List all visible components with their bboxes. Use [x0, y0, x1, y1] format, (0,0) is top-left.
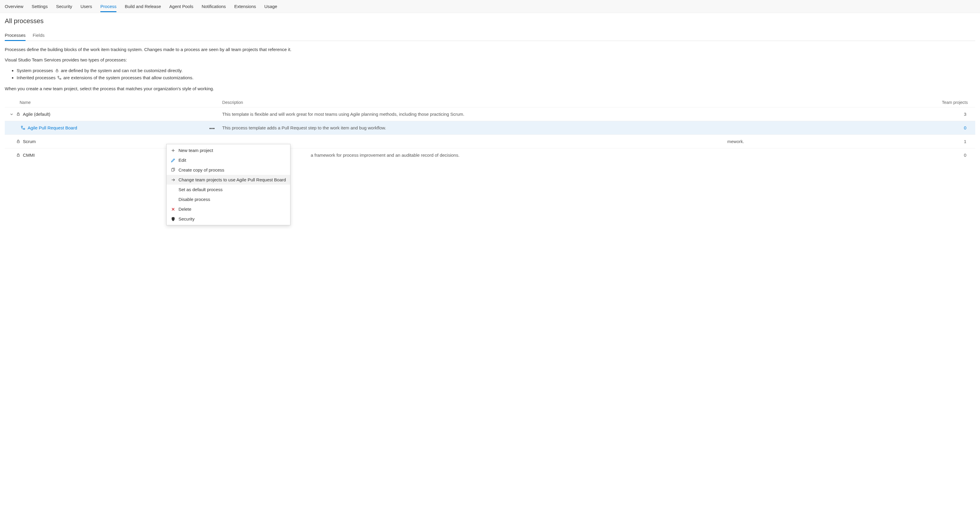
svg-rect-3 [17, 114, 20, 116]
sub-tabs: Processes Fields [5, 30, 975, 41]
process-name-link[interactable]: Agile Pull Request Board [28, 125, 77, 130]
svg-rect-2 [60, 78, 61, 79]
top-navigation: Overview Settings Security Users Process… [0, 0, 980, 13]
nav-build-release[interactable]: Build and Release [125, 1, 161, 12]
svg-rect-7 [17, 155, 20, 157]
svg-rect-4 [21, 126, 22, 127]
nav-usage[interactable]: Usage [264, 1, 277, 12]
process-description: a framework for process improvement and … [219, 148, 878, 162]
svg-rect-0 [56, 70, 58, 72]
menu-label: Edit [178, 158, 186, 163]
col-header-description[interactable]: Description [219, 98, 878, 108]
lock-icon [16, 139, 21, 144]
nav-agent-pools[interactable]: Agent Pools [169, 1, 193, 12]
page-title: All processes [5, 17, 975, 25]
svg-rect-6 [17, 141, 20, 143]
lock-icon [16, 112, 21, 116]
lock-icon [55, 68, 59, 72]
nav-security[interactable]: Security [56, 1, 72, 12]
menu-edit[interactable]: Edit [167, 155, 290, 165]
inherit-icon [57, 75, 62, 79]
lock-icon [16, 153, 21, 157]
tab-processes[interactable]: Processes [5, 30, 25, 41]
intro-bullet-system: System processes are defined by the syst… [17, 67, 975, 74]
processes-table: Name Description Team projects [5, 98, 975, 162]
context-menu: New team project Edit Create copy of pro… [166, 144, 290, 166]
intro-paragraph-2: Visual Studio Team Services provides two… [5, 57, 975, 63]
process-row-agile-pull-request[interactable]: Agile Pull Request Board ••• This proces… [5, 121, 975, 135]
svg-rect-5 [24, 128, 25, 129]
nav-settings[interactable]: Settings [32, 1, 48, 12]
nav-process[interactable]: Process [100, 1, 116, 12]
description-block: Processes define the building blocks of … [5, 46, 975, 92]
intro-paragraph-3: When you create a new team project, sele… [5, 86, 975, 92]
process-description: This template is flexible and will work … [219, 108, 878, 121]
nav-extensions[interactable]: Extensions [234, 1, 256, 12]
col-header-name[interactable]: Name [5, 98, 205, 108]
inherit-icon [21, 125, 25, 130]
edit-icon [171, 158, 175, 163]
bullet1-post: are defined by the system and can not be… [61, 68, 183, 73]
process-count: 1 [878, 135, 975, 148]
plus-icon [171, 148, 175, 153]
nav-overview[interactable]: Overview [5, 1, 24, 12]
nav-notifications[interactable]: Notifications [202, 1, 226, 12]
chevron-down-icon[interactable] [10, 112, 14, 116]
process-row-agile[interactable]: Agile (default) This template is flexibl… [5, 108, 975, 121]
more-actions-icon[interactable]: ••• [209, 126, 215, 130]
process-name: Agile (default) [23, 112, 51, 117]
process-description: This process template adds a Pull Reques… [219, 121, 878, 135]
process-count: 0 [878, 148, 975, 162]
process-description: mework. [219, 135, 878, 148]
intro-bullet-inherited: Inherited processes are extensions of th… [17, 74, 975, 81]
col-header-team-projects[interactable]: Team projects [878, 98, 975, 108]
bullet2-pre: Inherited processes [17, 75, 57, 80]
bullet1-pre: System processes [17, 68, 54, 73]
tab-fields[interactable]: Fields [33, 30, 45, 41]
nav-users[interactable]: Users [81, 1, 92, 12]
intro-paragraph-1: Processes define the building blocks of … [5, 46, 975, 52]
svg-rect-1 [58, 76, 59, 78]
process-name: CMMI [23, 152, 35, 158]
menu-new-team-project[interactable]: New team project [167, 146, 290, 155]
menu-create-copy[interactable]: Create copy of process [167, 165, 290, 166]
process-count: 0 [878, 121, 975, 135]
menu-label: New team project [178, 148, 213, 153]
bullet2-post: are extensions of the system processes t… [63, 75, 194, 80]
process-row-cmmi[interactable]: CMMI a framework for process improvement… [5, 148, 975, 162]
process-name: Scrum [23, 139, 36, 144]
process-row-scrum[interactable]: Scrum mework. 1 [5, 135, 975, 148]
process-count: 3 [878, 108, 975, 121]
